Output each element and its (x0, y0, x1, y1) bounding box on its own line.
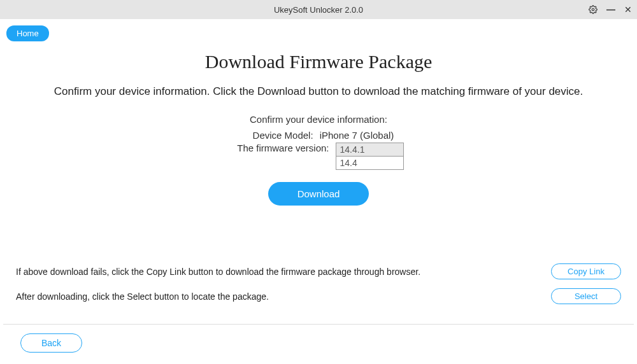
select-text: After downloading, click the Select butt… (16, 291, 269, 302)
firmware-version-selected[interactable]: 14.4.1 (336, 143, 404, 157)
bottom-section: If above download fails, click the Copy … (0, 263, 637, 313)
settings-icon[interactable] (589, 5, 598, 14)
window-title: UkeySoft Unlocker 2.0.0 (274, 5, 363, 15)
select-row: After downloading, click the Select butt… (16, 288, 621, 304)
device-model-row: Device Model: iPhone 7 (Global) (243, 130, 394, 141)
page-subtitle: Confirm your device information. Click t… (0, 85, 637, 98)
copy-link-row: If above download fails, click the Copy … (16, 263, 621, 279)
select-button[interactable]: Select (551, 288, 621, 304)
page-title: Download Firmware Package (0, 51, 637, 73)
device-model-label: Device Model: (243, 130, 313, 141)
minimize-icon[interactable]: — (606, 4, 615, 15)
firmware-version-row: The firmware version: 14.4.1 14.4 (234, 143, 404, 170)
home-button[interactable]: Home (6, 25, 49, 41)
svg-point-0 (592, 8, 594, 11)
download-button[interactable]: Download (268, 182, 369, 206)
footer-divider (3, 324, 634, 325)
titlebar: UkeySoft Unlocker 2.0.0 — ✕ (0, 0, 637, 19)
device-model-value: iPhone 7 (Global) (320, 130, 394, 141)
copy-link-text: If above download fails, click the Copy … (16, 267, 420, 277)
copy-link-button[interactable]: Copy Link (551, 263, 621, 279)
firmware-version-label: The firmware version: (234, 143, 329, 153)
close-icon[interactable]: ✕ (624, 4, 632, 15)
back-button[interactable]: Back (20, 333, 82, 353)
titlebar-controls: — ✕ (589, 0, 632, 19)
form-area: Confirm your device information: Device … (0, 114, 637, 206)
firmware-version-dropdown[interactable]: 14.4.1 14.4 (336, 143, 404, 170)
firmware-version-option[interactable]: 14.4 (336, 157, 404, 170)
confirm-message: Confirm your device information: (250, 114, 387, 125)
